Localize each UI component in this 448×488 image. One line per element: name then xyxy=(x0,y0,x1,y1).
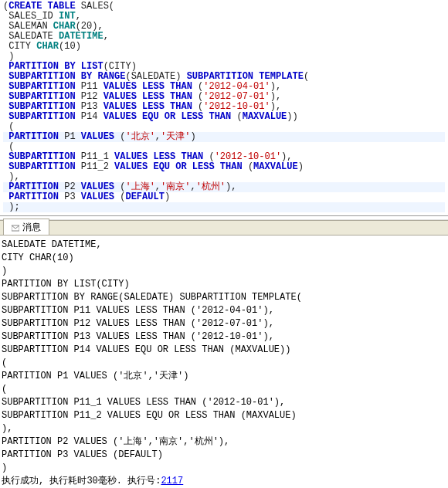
output-line: PARTITION BY LIST(CITY) xyxy=(2,278,446,291)
output-line: ) xyxy=(2,462,446,475)
code-token: ) xyxy=(3,172,14,182)
code-line[interactable]: ); xyxy=(3,202,445,212)
code-token: , xyxy=(14,172,19,182)
code-token xyxy=(3,92,8,102)
code-token: '2012-04-01' xyxy=(203,82,270,92)
code-line[interactable]: SUBPARTITION P11 VALUES LESS THAN ('2012… xyxy=(3,82,445,92)
code-token: '2012-10-01' xyxy=(203,102,270,112)
code-line[interactable]: (CREATE TABLE SALES( xyxy=(3,2,445,12)
code-token: VALUES LESS THAN xyxy=(104,92,192,102)
code-token: ) xyxy=(298,162,304,172)
code-token: VALUES xyxy=(81,132,114,142)
code-line[interactable]: SUBPARTITION P12 VALUES LESS THAN ('2012… xyxy=(3,92,445,102)
code-line[interactable]: SALEDATE DATETIME, xyxy=(3,32,445,42)
code-token: CREATE TABLE xyxy=(8,2,75,12)
code-token xyxy=(3,82,8,92)
code-token: ( xyxy=(3,122,14,132)
output-line: CITY CHAR(10) xyxy=(2,252,446,265)
status-line: 执行成功, 执行耗时30毫秒. 执行号:2117 xyxy=(2,475,446,488)
code-token: VALUES xyxy=(81,192,114,202)
code-token xyxy=(3,102,8,112)
code-token: , xyxy=(155,182,161,192)
code-token: , xyxy=(155,132,161,142)
code-line[interactable]: SUBPARTITION P11_2 VALUES EQU OR LESS TH… xyxy=(3,162,445,172)
code-line[interactable]: ) xyxy=(3,52,445,62)
code-line[interactable]: SUBPARTITION BY RANGE(SALEDATE) SUBPARTI… xyxy=(3,72,445,82)
code-line[interactable]: SUBPARTITION P11_1 VALUES LESS THAN ('20… xyxy=(3,152,445,162)
output-panel[interactable]: SALEDATE DATETIME,CITY CHAR(10))PARTITIO… xyxy=(0,236,448,488)
code-token: CITY xyxy=(3,42,36,52)
code-line[interactable]: PARTITION BY LIST(CITY) xyxy=(3,62,445,72)
code-token: '2012-07-01' xyxy=(203,92,270,102)
code-token: , xyxy=(276,82,281,92)
code-token: CITY xyxy=(109,62,131,72)
code-token: ( xyxy=(192,102,203,112)
code-token: ( xyxy=(304,72,309,82)
code-token: , xyxy=(76,12,81,22)
code-token: SALEMAN xyxy=(3,22,53,32)
output-line: PARTITION P3 VALUES (DEFAULT) xyxy=(2,449,446,462)
code-token: ) xyxy=(226,182,231,192)
code-token: '天津' xyxy=(161,132,190,142)
code-token xyxy=(3,72,8,82)
code-token: MAXVALUE xyxy=(253,162,298,172)
code-token: VALUES LESS THAN xyxy=(104,82,192,92)
code-line[interactable]: ( xyxy=(3,142,445,152)
code-token: DEFAULT xyxy=(125,192,164,202)
code-token: ) xyxy=(287,112,292,122)
code-token: INT xyxy=(59,12,76,22)
output-line: SUBPARTITION BY RANGE(SALEDATE) SUBPARTI… xyxy=(2,291,446,304)
code-line[interactable]: SALEMAN CHAR(20), xyxy=(3,22,445,32)
code-token: ) xyxy=(92,22,97,32)
code-token: '南京' xyxy=(161,182,190,192)
code-token: ( xyxy=(114,192,125,202)
code-token: VALUES EQU OR LESS THAN xyxy=(114,162,243,172)
code-token: ; xyxy=(14,202,19,212)
code-token: MAXVALUE xyxy=(243,112,287,122)
code-line[interactable]: SUBPARTITION P14 VALUES EQU OR LESS THAN… xyxy=(3,112,445,122)
code-token: '上海' xyxy=(125,182,154,192)
output-line: SUBPARTITION P11_2 VALUES EQU OR LESS TH… xyxy=(2,409,446,422)
code-line[interactable]: PARTITION P1 VALUES ('北京','天津') xyxy=(3,132,445,142)
code-token: CHAR xyxy=(36,42,59,52)
code-token: PARTITION xyxy=(8,132,59,142)
code-token: ( xyxy=(3,2,8,12)
run-id-link[interactable]: 2117 xyxy=(161,476,183,486)
output-line: ), xyxy=(2,422,446,435)
output-line: ) xyxy=(2,265,446,278)
output-line: PARTITION P2 VALUES ('上海','南京','杭州'), xyxy=(2,435,446,449)
code-token: , xyxy=(190,182,195,192)
code-token xyxy=(3,182,8,192)
output-line: ( xyxy=(2,357,446,370)
code-token: SALEDATE xyxy=(131,72,176,82)
code-token: ( xyxy=(231,112,242,122)
output-line: SUBPARTITION P13 VALUES LESS THAN ('2012… xyxy=(2,330,446,344)
code-token: 10 xyxy=(64,42,75,52)
tab-messages[interactable]: 消息 xyxy=(3,219,49,235)
code-line[interactable]: SUBPARTITION P13 VALUES LESS THAN ('2012… xyxy=(3,102,445,112)
code-line[interactable]: PARTITION P3 VALUES (DEFAULT) xyxy=(3,192,445,202)
code-line[interactable]: CITY CHAR(10) xyxy=(3,42,445,52)
code-token: P11_2 xyxy=(76,162,114,172)
code-token: ( xyxy=(114,132,125,142)
sql-editor[interactable]: (CREATE TABLE SALES( SALES_ID INT, SALEM… xyxy=(0,0,448,214)
code-token: P12 xyxy=(76,92,104,102)
code-token: ) xyxy=(165,192,170,202)
code-token: ) xyxy=(76,42,81,52)
code-token: ( xyxy=(192,92,203,102)
status-text: 执行成功, 执行耗时30毫秒. 执行号: xyxy=(2,476,161,486)
code-token: ) xyxy=(175,72,186,82)
code-token: SALES xyxy=(76,2,109,12)
code-token: '杭州' xyxy=(196,182,226,192)
code-token: SALES_ID xyxy=(3,12,59,22)
code-token: SUBPARTITION xyxy=(8,102,75,112)
code-token: SUBPARTITION xyxy=(8,162,75,172)
output-line: ( xyxy=(2,383,446,396)
code-token xyxy=(3,112,8,122)
output-line: SUBPARTITION P11 VALUES LESS THAN ('2012… xyxy=(2,304,446,317)
code-line[interactable]: PARTITION P2 VALUES ('上海','南京','杭州'), xyxy=(3,182,445,192)
code-line[interactable]: SALES_ID INT, xyxy=(3,12,445,22)
code-line[interactable]: ( xyxy=(3,122,445,132)
code-token: ) xyxy=(281,152,287,162)
code-token: 20 xyxy=(81,22,92,32)
